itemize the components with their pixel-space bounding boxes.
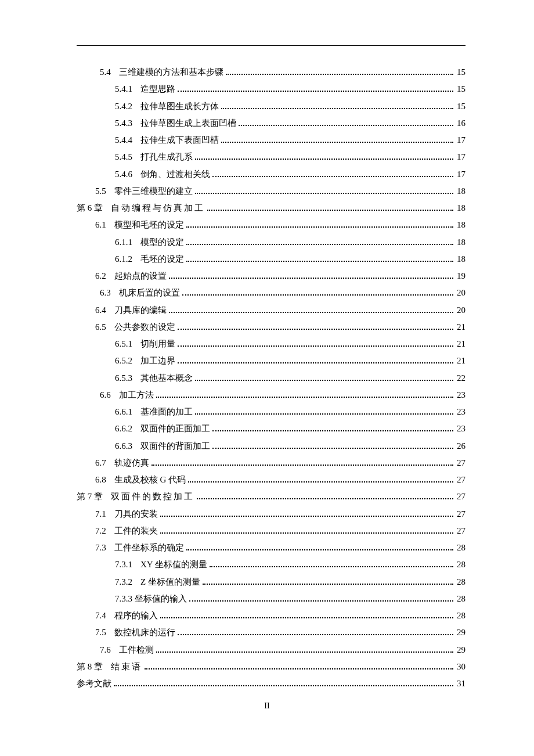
toc-entry-number: 第 8 章 bbox=[77, 661, 103, 672]
toc-entry-page: 27 bbox=[457, 458, 466, 469]
toc-entry-number: 5.4.2 bbox=[115, 101, 132, 112]
toc-entry: 6.1.1模型的设定18 bbox=[77, 237, 466, 248]
toc-leader-dots bbox=[195, 189, 453, 194]
toc-entry-number: 7.3.1 bbox=[115, 559, 132, 570]
toc-entry-title: 基准面的加工 bbox=[140, 406, 193, 417]
toc-entry-title: 坐标值的输入 bbox=[135, 593, 187, 604]
toc-entry-number: 7.3.3 bbox=[115, 593, 132, 604]
toc-leader-dots bbox=[203, 579, 453, 585]
toc-leader-dots bbox=[186, 240, 453, 245]
toc-entry: 5.4三维建模的方法和基本步骤15 bbox=[77, 67, 466, 78]
toc-page: 5.4三维建模的方法和基本步骤155.4.1造型思路155.4.2拉伸草图生成长… bbox=[0, 0, 534, 689]
toc-entry-page: 28 bbox=[457, 577, 466, 588]
toc-entry: 5.4.1造型思路15 bbox=[77, 84, 466, 95]
toc-entry-page: 27 bbox=[457, 509, 466, 520]
toc-entry: 6.6加工方法23 bbox=[77, 390, 466, 401]
toc-entry: 6.6.2双面件的正面加工23 bbox=[77, 423, 466, 434]
toc-leader-dots bbox=[186, 257, 453, 262]
toc-entry-title: 倒角、过渡相关线 bbox=[140, 169, 210, 180]
toc-leader-dots bbox=[169, 273, 453, 279]
toc-entry-number: 7.1 bbox=[95, 509, 106, 520]
toc-entry-page: 23 bbox=[457, 406, 466, 417]
toc-leader-dots bbox=[195, 409, 453, 415]
toc-entry: 6.6.1基准面的加工23 bbox=[77, 406, 466, 417]
toc-entry-title: 造型思路 bbox=[140, 84, 175, 95]
toc-entry-page: 23 bbox=[457, 390, 466, 401]
toc-entry: 7.3.1XY 坐标值的测量28 bbox=[77, 559, 466, 570]
toc-entry-title: 拉伸草图生成长方体 bbox=[140, 101, 219, 112]
toc-entry-page: 27 bbox=[457, 491, 466, 502]
toc-entry-title: 自动编程与仿真加工 bbox=[111, 203, 205, 214]
toc-entry: 6.3机床后置的设置20 bbox=[77, 287, 466, 298]
toc-entry-page: 28 bbox=[457, 559, 466, 570]
toc-entry-page: 28 bbox=[457, 593, 466, 604]
toc-entry-title: 起始点的设置 bbox=[114, 271, 167, 282]
toc-entry-number: 7.5 bbox=[95, 627, 106, 638]
toc-entry-title: 工件检测 bbox=[119, 645, 154, 656]
toc-leader-dots bbox=[178, 341, 453, 347]
toc-leader-dots bbox=[178, 87, 453, 92]
toc-entry-title: 切削用量 bbox=[140, 339, 175, 350]
toc-entry: 7.1刀具的安装27 bbox=[77, 509, 466, 520]
toc-entry-title: 程序的输入 bbox=[114, 610, 158, 621]
toc-entry-page: 21 bbox=[457, 355, 466, 366]
toc-entry-title: 模型的设定 bbox=[140, 237, 184, 248]
toc-entry: 6.5.1切削用量21 bbox=[77, 339, 466, 350]
toc-entry-title: 工件坐标系的确定 bbox=[114, 542, 184, 553]
toc-leader-dots bbox=[221, 104, 453, 109]
toc-entry: 参考文献31 bbox=[77, 678, 466, 689]
toc-entry-title: XY 坐标值的测量 bbox=[140, 559, 207, 570]
toc-entry-number: 6.2 bbox=[95, 271, 106, 282]
toc-entry-title: 双面件的背面加工 bbox=[140, 441, 210, 452]
toc-entry-page: 17 bbox=[457, 152, 466, 163]
toc-entry-title: 结束语 bbox=[111, 661, 142, 672]
toc-entry: 6.1模型和毛坯的设定18 bbox=[77, 219, 466, 231]
toc-entry-title: 加工边界 bbox=[140, 355, 175, 366]
toc-entry-number: 第 7 章 bbox=[77, 491, 103, 502]
toc-entry-number: 5.4 bbox=[100, 67, 111, 78]
toc-entry-number: 6.5 bbox=[95, 322, 106, 333]
toc-entry-title: 毛坯的设定 bbox=[140, 254, 184, 265]
toc-entry-title: 刀具库的编辑 bbox=[114, 305, 167, 316]
toc-entry: 6.6.3双面件的背面加工26 bbox=[77, 441, 466, 452]
toc-entry-number: 6.7 bbox=[95, 458, 106, 469]
toc-entry-title: 刀具的安装 bbox=[114, 509, 158, 520]
toc-leader-dots bbox=[156, 647, 453, 653]
toc-leader-dots bbox=[221, 138, 453, 143]
toc-entry-number: 6.5.1 bbox=[115, 339, 132, 350]
toc-entry-number: 5.4.6 bbox=[115, 169, 132, 180]
toc-entry: 5.4.3拉伸草图生成上表面凹槽16 bbox=[77, 118, 466, 129]
toc-leader-dots bbox=[186, 222, 453, 228]
toc-leader-dots bbox=[195, 376, 453, 381]
toc-entry-page: 28 bbox=[457, 610, 466, 621]
toc-entry: 6.5.3其他基本概念22 bbox=[77, 373, 466, 384]
toc-entry: 5.5零件三维模型的建立18 bbox=[77, 186, 466, 197]
toc-leader-dots bbox=[239, 121, 453, 126]
toc-leader-dots bbox=[151, 460, 453, 466]
toc-leader-dots bbox=[160, 528, 453, 534]
toc-leader-dots bbox=[186, 545, 453, 550]
toc-entry: 6.1.2毛坯的设定18 bbox=[77, 254, 466, 265]
toc-entry-number: 6.4 bbox=[95, 305, 106, 316]
toc-entry-title: 工件的装夹 bbox=[114, 525, 158, 537]
toc-entry: 6.2起始点的设置19 bbox=[77, 271, 466, 282]
toc-leader-dots bbox=[210, 562, 453, 567]
toc-leader-dots bbox=[207, 206, 453, 211]
toc-entry-title: 轨迹仿真 bbox=[114, 458, 149, 469]
toc-leader-dots bbox=[156, 393, 453, 398]
toc-leader-dots bbox=[178, 325, 453, 330]
toc-leader-dots bbox=[197, 494, 453, 499]
toc-entry: 第 7 章双面件的数控加工27 bbox=[77, 491, 466, 502]
toc-entry-title: 生成及校核 G 代码 bbox=[114, 474, 186, 485]
toc-entry: 6.7轨迹仿真27 bbox=[77, 458, 466, 469]
toc-entry-title: 加工方法 bbox=[119, 390, 154, 401]
toc-entry-title: 其他基本概念 bbox=[140, 373, 193, 384]
toc-entry-number: 5.5 bbox=[95, 186, 106, 197]
toc-entry: 6.5公共参数的设定21 bbox=[77, 322, 466, 333]
page-number: II bbox=[264, 701, 269, 710]
toc-entry-number: 5.4.3 bbox=[115, 118, 132, 129]
toc-entry-number: 7.4 bbox=[95, 610, 106, 621]
toc-entry: 7.6工件检测29 bbox=[77, 645, 466, 656]
toc-entry-title: Z 坐标值的测量 bbox=[140, 577, 200, 588]
toc-leader-dots bbox=[114, 681, 453, 686]
